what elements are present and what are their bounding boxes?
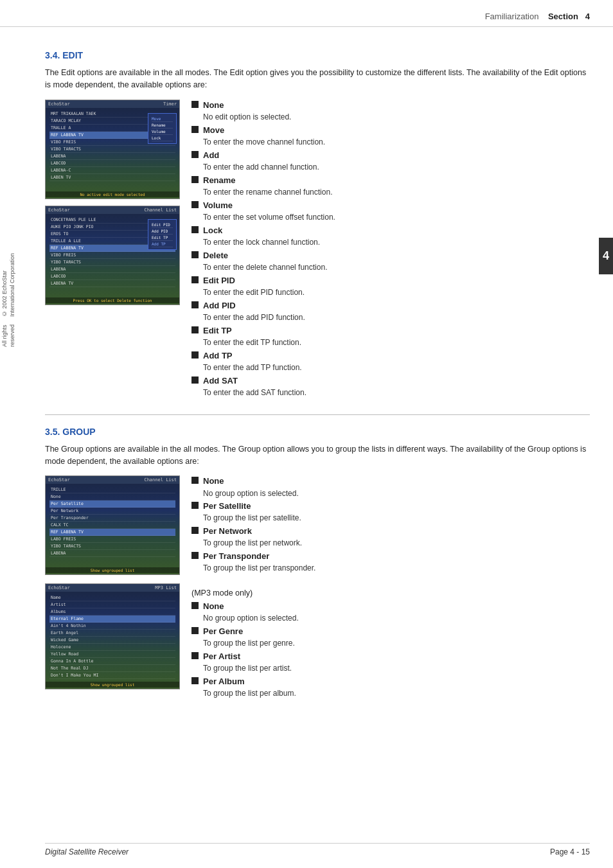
option-item: None <box>191 601 590 612</box>
section-divider <box>45 414 590 415</box>
option-name: Add SAT <box>203 375 238 387</box>
option-name: Add <box>203 150 219 161</box>
edit-section-heading: 3.4. EDIT <box>45 50 590 60</box>
option-item: Add TP <box>191 350 590 362</box>
option-name: Per Satellite <box>203 500 251 512</box>
option-desc: To group the list per album. <box>191 688 590 699</box>
option-name: None <box>203 601 224 612</box>
option-item: Rename <box>191 175 590 186</box>
header-chapter: Familiarization Section 4 <box>485 12 590 21</box>
option-group: Add PIDTo enter the add PID function. <box>191 300 590 323</box>
option-group: AddTo enter the add channel function. <box>191 150 590 173</box>
option-bullet-icon <box>191 677 199 684</box>
option-bullet-icon <box>191 301 199 308</box>
option-item: Add <box>191 150 590 161</box>
option-item: Volume <box>191 200 590 211</box>
option-item: None <box>191 475 590 487</box>
option-name: Per Genre <box>203 626 243 637</box>
option-item: Edit PID <box>191 275 590 287</box>
edit-screenshot-2: EchoStarChannel List CONCETRANS PLE LLE … <box>45 206 180 305</box>
option-bullet-icon <box>191 502 199 509</box>
option-desc: To enter the set volume offset function. <box>191 212 590 223</box>
option-group: Per ArtistTo group the list per artist. <box>191 651 590 674</box>
option-item: Per Album <box>191 676 590 687</box>
option-name: Edit PID <box>203 275 235 287</box>
option-name: Add PID <box>203 300 236 312</box>
option-group: Add SATTo enter the add SAT function. <box>191 375 590 398</box>
edit-options-list: NoneNo edit option is selected.MoveTo en… <box>191 100 590 400</box>
edit-body: EchoStarTimer MRT TRIKAALAN TAEK TARACO … <box>45 100 590 400</box>
option-bullet-icon <box>191 477 199 484</box>
option-bullet-icon <box>191 326 199 333</box>
option-name: Volume <box>203 200 233 211</box>
option-bullet-icon <box>191 652 199 659</box>
page-header: Familiarization Section 4 <box>0 0 613 27</box>
edit-screenshots: EchoStarTimer MRT TRIKAALAN TAEK TARACO … <box>45 100 180 400</box>
page-number-tab: 4 <box>599 238 613 274</box>
option-bullet-icon <box>191 101 199 108</box>
option-item: Move <box>191 125 590 136</box>
option-group: Per GenreTo group the list per genre. <box>191 626 590 649</box>
option-desc: To enter the lock channel function. <box>191 237 590 248</box>
option-bullet-icon <box>191 176 199 183</box>
option-item: None <box>191 100 590 111</box>
main-content: 3.4. EDIT The Edit options are available… <box>0 27 613 713</box>
group-screenshot-tv: EchoStarChannel List TRILLE None Per Sat… <box>45 475 180 575</box>
option-desc: To enter the edit TP function. <box>191 337 590 348</box>
option-group: Add TPTo enter the add TP function. <box>191 350 590 373</box>
option-group: MoveTo enter the move channel function. <box>191 125 590 148</box>
option-desc: To enter the add channel function. <box>191 162 590 173</box>
option-bullet-icon <box>191 351 199 359</box>
option-bullet-icon <box>191 151 199 158</box>
sidebar-copyright: © 2002 EchoStar International Corporatio… <box>0 244 18 347</box>
option-name: Per Album <box>203 676 245 687</box>
option-name: Rename <box>203 175 236 186</box>
option-bullet-icon <box>191 552 199 559</box>
option-item: Add PID <box>191 300 590 312</box>
option-desc: To enter the delete channel function. <box>191 262 590 273</box>
edit-screenshot-1: EchoStarTimer MRT TRIKAALAN TAEK TARACO … <box>45 100 180 199</box>
option-item: Per Satellite <box>191 500 590 512</box>
option-name: Edit TP <box>203 325 232 337</box>
option-desc: To enter the rename channel function. <box>191 187 590 198</box>
option-desc: No edit option is selected. <box>191 112 590 123</box>
option-name: Delete <box>203 250 228 261</box>
footer-page: Page 4 - 15 <box>550 847 590 856</box>
option-name: Per Network <box>203 526 252 537</box>
option-bullet-icon <box>191 602 199 609</box>
option-desc: To group the list per artist. <box>191 663 590 674</box>
group-section-heading: 3.5. GROUP <box>45 427 590 437</box>
option-name: Move <box>203 125 224 136</box>
option-bullet-icon <box>191 527 199 534</box>
option-desc: To group the list per transponder. <box>191 563 590 574</box>
option-item: Add SAT <box>191 375 590 387</box>
option-bullet-icon <box>191 376 199 384</box>
option-desc: No group option is selected. <box>191 488 590 499</box>
option-group: Per AlbumTo group the list per album. <box>191 676 590 699</box>
option-bullet-icon <box>191 627 199 634</box>
option-desc: To group the list per network. <box>191 538 590 549</box>
option-item: Per Genre <box>191 626 590 637</box>
option-desc: To group the list per satellite. <box>191 513 590 524</box>
option-group: Per TransponderTo group the list per tra… <box>191 551 590 574</box>
footer-title: Digital Satellite Receiver <box>45 847 129 856</box>
group-tv-options: NoneNo group option is selected.Per Sate… <box>191 475 590 576</box>
option-bullet-icon <box>191 226 199 233</box>
option-desc: To group the list per genre. <box>191 638 590 649</box>
option-group: LockTo enter the lock channel function. <box>191 225 590 248</box>
option-group: Per NetworkTo group the list per network… <box>191 526 590 549</box>
option-name: None <box>203 475 224 487</box>
option-desc: To enter the add TP function. <box>191 362 590 373</box>
group-screenshot-mp3: EchoStarMP3 List Name Artist Albums Eter… <box>45 583 180 689</box>
option-desc: To enter the move channel function. <box>191 137 590 148</box>
page-footer: Digital Satellite Receiver Page 4 - 15 <box>45 843 590 856</box>
option-group: Edit TPTo enter the edit TP function. <box>191 325 590 348</box>
group-mp3-options: (MP3 mode only) NoneNo group option is s… <box>191 583 590 701</box>
option-group: Edit PIDTo enter the edit PID function. <box>191 275 590 298</box>
option-item: Per Transponder <box>191 551 590 562</box>
option-group: NoneNo edit option is selected. <box>191 100 590 123</box>
option-group: NoneNo group option is selected. <box>191 475 590 499</box>
option-group: NoneNo group option is selected. <box>191 601 590 624</box>
option-name: Lock <box>203 225 222 236</box>
option-desc: No group option is selected. <box>191 613 590 624</box>
